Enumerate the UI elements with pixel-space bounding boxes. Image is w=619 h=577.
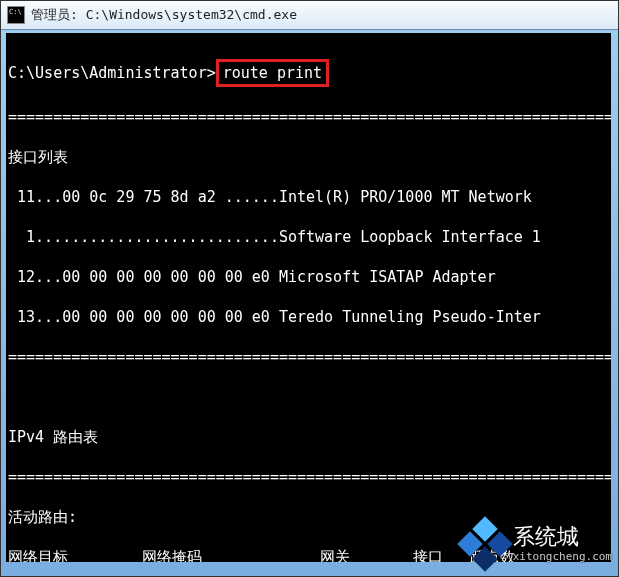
interface-row: 12...00 00 00 00 00 00 00 e0 Microsoft I… bbox=[8, 267, 611, 287]
window-frame: 管理员: C:\Windows\system32\cmd.exe C:\User… bbox=[0, 0, 619, 577]
title-bar[interactable]: 管理员: C:\Windows\system32\cmd.exe bbox=[1, 1, 618, 30]
prompt-path: C:\Users\Administrator> bbox=[8, 64, 216, 82]
separator: ========================================… bbox=[8, 107, 611, 127]
separator: ========================================… bbox=[8, 467, 611, 487]
window-title: 管理员: C:\Windows\system32\cmd.exe bbox=[31, 6, 297, 24]
blank-line bbox=[8, 387, 611, 407]
command-highlight: route print bbox=[216, 59, 329, 87]
interface-list-title: 接口列表 bbox=[8, 147, 611, 167]
interface-row: 11...00 0c 29 75 8d a2 ......Intel(R) PR… bbox=[8, 187, 611, 207]
interface-row: 13...00 00 00 00 00 00 00 e0 Teredo Tunn… bbox=[8, 307, 611, 327]
active-routes-title: 活动路由: bbox=[8, 507, 611, 527]
prompt-line: C:\Users\Administrator>route print bbox=[8, 59, 611, 87]
interface-row: 1...........................Software Loo… bbox=[8, 227, 611, 247]
console-output[interactable]: C:\Users\Administrator>route print =====… bbox=[6, 33, 611, 562]
ipv4-title: IPv4 路由表 bbox=[8, 427, 611, 447]
separator: ========================================… bbox=[8, 347, 611, 367]
cmd-icon bbox=[7, 6, 25, 24]
route-headers: 网络目标 网络掩码 网关 接口 跃点数 bbox=[8, 547, 611, 562]
